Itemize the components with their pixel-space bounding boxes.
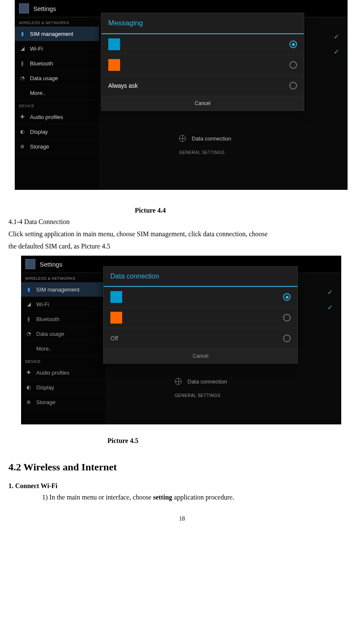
sidebar-item-label: Bluetooth (30, 60, 53, 67)
radio-unselected-icon (283, 335, 291, 342)
sidebar-item-data-usage[interactable]: ◔ Data usage (21, 327, 105, 341)
sidebar-item-audio[interactable]: ✚ Audio profiles (21, 365, 105, 380)
sidebar-item-label: Bluetooth (36, 316, 59, 322)
sidebar-item-wifi[interactable]: ◢ Wi-Fi (21, 297, 105, 312)
sidebar-item-label: More.. (36, 346, 52, 352)
dialog-cancel-button[interactable]: Cancel (102, 96, 304, 111)
sidebar-item-label: SIM management (30, 31, 73, 37)
section-heading-4-2: 4.2 Wireless and Internet (8, 462, 356, 473)
checkmark-icon: ✓ (327, 303, 333, 311)
sidebar-item-more[interactable]: More.. (15, 86, 99, 100)
sidebar-item-display[interactable]: ◐ Display (15, 124, 99, 139)
body-text: Click setting application in main menu, … (8, 229, 356, 240)
settings-sidebar: WIRELESS & NETWORKS ▮ SIM management ◢ W… (15, 17, 99, 190)
dialog-option-sim2[interactable] (104, 308, 297, 328)
sim-swatch-blue (110, 291, 122, 303)
storage-icon: ≣ (25, 399, 32, 405)
data-connection-row[interactable]: Data connection (171, 131, 348, 146)
row-label: Data connection (192, 135, 231, 142)
data-usage-icon: ◔ (25, 330, 32, 337)
sidebar-item-more[interactable]: More.. (21, 341, 105, 356)
sidebar-item-label: Data usage (30, 75, 58, 81)
category-device: DEVICE (21, 356, 105, 365)
sidebar-item-wifi[interactable]: ◢ Wi-Fi (15, 41, 99, 56)
dialog-option-off[interactable]: Off (104, 328, 297, 349)
sidebar-item-storage[interactable]: ≣ Storage (15, 139, 99, 154)
dialog-option-sim2[interactable] (102, 55, 304, 76)
radio-selected-icon (289, 40, 297, 48)
blank-icon (19, 89, 26, 96)
sidebar-item-bluetooth[interactable]: ∦ Bluetooth (21, 312, 105, 327)
settings-sidebar: WIRELESS & NETWORKS ▮ SIM management ◢ W… (21, 273, 105, 424)
body-text: the defaulted SIM card, as Picture 4.5 (8, 241, 356, 252)
checkmark-icon: ✓ (327, 288, 333, 296)
dialog-title: Data connection (104, 267, 297, 287)
sidebar-item-label: More.. (30, 90, 46, 96)
wifi-icon: ◢ (25, 301, 32, 308)
bluetooth-icon: ∦ (19, 60, 26, 67)
radio-unselected-icon (289, 61, 297, 69)
sim-swatch-blue (108, 38, 120, 50)
category-wireless: WIRELESS & NETWORKS (21, 273, 105, 282)
sidebar-item-label: Display (36, 384, 54, 391)
settings-icon (25, 259, 35, 269)
sidebar-item-label: Audio profiles (30, 114, 63, 120)
category-wireless: WIRELESS & NETWORKS (15, 17, 99, 27)
sim-swatch-orange (108, 59, 120, 71)
data-connection-dialog: Data connection Off Cancel (103, 266, 298, 364)
display-icon: ◐ (25, 384, 32, 391)
blank-icon (25, 345, 32, 352)
data-usage-icon: ◔ (19, 75, 26, 81)
subheading-connect-wifi: 1. Connect Wi-Fi (8, 482, 356, 490)
globe-icon (175, 378, 182, 385)
dialog-title: Messaging (102, 13, 304, 34)
sidebar-item-label: Data usage (36, 331, 64, 337)
sidebar-item-audio[interactable]: ✚ Audio profiles (15, 110, 99, 124)
figure-4-4-screenshot: Settings WIRELESS & NETWORKS ▮ SIM manag… (15, 0, 348, 190)
radio-unselected-icon (289, 82, 297, 89)
row-label: Data connection (187, 378, 227, 385)
step-text: 1) In the main menu or interface, choose… (42, 492, 356, 503)
radio-selected-icon (283, 293, 291, 301)
sidebar-item-label: Display (30, 129, 48, 135)
step-text-a: 1) In the main menu or interface, choose (42, 494, 153, 501)
dialog-cancel-button[interactable]: Cancel (104, 349, 297, 363)
figure-caption-4-4: Picture 4.4 (135, 207, 356, 214)
checkmark-icon: ✓ (334, 32, 339, 40)
header-title: Settings (33, 5, 56, 12)
globe-icon (179, 135, 186, 142)
data-connection-row[interactable]: Data connection (166, 374, 341, 389)
dialog-option-sim1[interactable] (104, 287, 297, 308)
detail-section-general: GENERAL SETTINGS (171, 146, 348, 157)
storage-icon: ≣ (19, 143, 26, 150)
step-text-bold: setting (153, 494, 172, 501)
sidebar-item-data-usage[interactable]: ◔ Data usage (15, 71, 99, 86)
settings-icon (19, 3, 29, 14)
sidebar-item-storage[interactable]: ≣ Storage (21, 395, 105, 410)
sidebar-item-sim[interactable]: ▮ SIM management (15, 27, 99, 41)
option-label: Off (110, 335, 118, 342)
header-title: Settings (40, 261, 62, 268)
sidebar-item-label: Storage (30, 143, 49, 150)
page-number: 18 (8, 516, 356, 522)
sidebar-item-display[interactable]: ◐ Display (21, 380, 105, 395)
option-label: Always ask (108, 82, 138, 89)
sidebar-item-label: Wi-Fi (30, 46, 43, 52)
dialog-option-always-ask[interactable]: Always ask (102, 76, 304, 96)
bluetooth-icon: ∦ (25, 316, 32, 322)
wifi-icon: ◢ (19, 45, 26, 52)
sidebar-item-label: Storage (36, 399, 56, 405)
sim-icon: ▮ (19, 30, 26, 37)
subsection-4-1-4-title: 4.1-4 Data Connection (8, 217, 356, 227)
detail-section-general: GENERAL SETTINGS (166, 389, 341, 400)
sidebar-item-label: Wi-Fi (36, 301, 49, 308)
audio-icon: ✚ (19, 113, 26, 120)
step-text-c: application procedure. (172, 494, 234, 501)
radio-unselected-icon (283, 314, 291, 321)
sidebar-item-label: Audio profiles (36, 370, 70, 376)
dialog-option-sim1[interactable] (102, 34, 304, 55)
category-device: DEVICE (15, 100, 99, 110)
messaging-dialog: Messaging Always ask Cancel (101, 13, 304, 111)
sidebar-item-sim[interactable]: ▮ SIM management (21, 282, 105, 297)
sidebar-item-bluetooth[interactable]: ∦ Bluetooth (15, 56, 99, 71)
